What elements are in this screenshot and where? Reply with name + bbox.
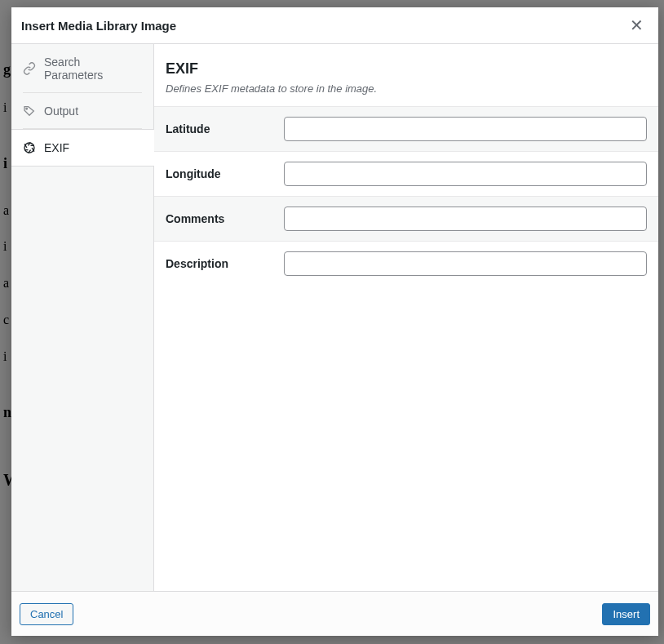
longitude-input[interactable] — [284, 162, 647, 186]
modal-footer: Cancel Insert — [11, 591, 658, 636]
form-row-longitude: Longitude — [154, 151, 658, 196]
sidebar-item-exif[interactable]: EXIF — [11, 129, 154, 167]
insert-button[interactable]: Insert — [602, 603, 650, 625]
close-icon[interactable]: ✕ — [625, 16, 649, 35]
field-label: Latitude — [166, 122, 284, 135]
sidebar: Search Parameters Output — [11, 44, 154, 591]
sidebar-item-output[interactable]: Output — [11, 93, 153, 129]
form-row-description: Description — [154, 241, 658, 286]
content-panel: EXIF Defines EXIF metadata to store in t… — [154, 44, 658, 591]
sidebar-item-label: EXIF — [44, 141, 69, 154]
aperture-icon — [23, 141, 36, 154]
field-label: Comments — [166, 212, 284, 225]
modal-header: Insert Media Library Image ✕ — [11, 7, 658, 44]
form-row-comments: Comments — [154, 196, 658, 241]
content-header: EXIF Defines EXIF metadata to store in t… — [154, 44, 658, 106]
modal-body: Search Parameters Output — [11, 44, 658, 591]
link-icon — [23, 62, 36, 75]
sidebar-item-label: Output — [44, 104, 78, 118]
sidebar-item-label: Search Parameters — [44, 56, 142, 82]
modal-title: Insert Media Library Image — [21, 19, 176, 33]
latitude-input[interactable] — [284, 117, 647, 141]
form-row-latitude: Latitude — [154, 106, 658, 151]
sidebar-item-search-parameters[interactable]: Search Parameters — [11, 44, 153, 93]
field-label: Description — [166, 257, 284, 270]
cancel-button[interactable]: Cancel — [20, 603, 73, 625]
form-rows: Latitude Longitude Comments Description — [154, 106, 658, 286]
insert-media-modal: Insert Media Library Image ✕ Search Para… — [11, 7, 658, 636]
comments-input[interactable] — [284, 207, 647, 231]
content-title: EXIF — [166, 60, 647, 78]
content-description: Defines EXIF metadata to store in the im… — [166, 82, 647, 95]
description-input[interactable] — [284, 251, 647, 276]
field-label: Longitude — [166, 167, 284, 180]
tag-icon — [23, 104, 36, 118]
svg-point-0 — [26, 109, 28, 110]
